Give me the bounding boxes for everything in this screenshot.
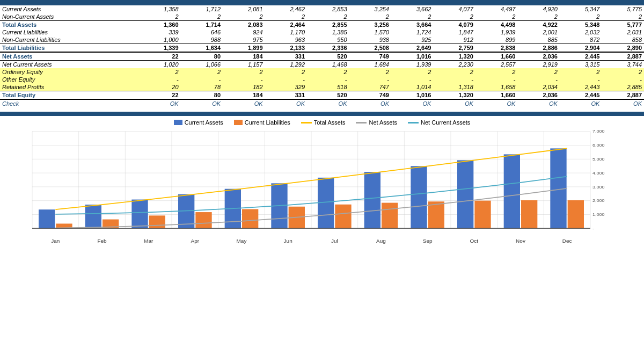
row-cell: 1,634 (181, 44, 223, 53)
row-cell: - (223, 76, 265, 83)
row-label: Net Assets (0, 52, 138, 61)
svg-rect-52 (568, 200, 584, 228)
row-cell: 3,315 (560, 61, 602, 69)
row-cell: 2 (433, 68, 475, 76)
row-cell: 1,014 (391, 83, 433, 91)
table-row: CheckOKOKOKOKOKOKOKOKOKOKOKOK (0, 99, 644, 107)
row-cell: 2,649 (391, 44, 433, 53)
row-cell: OK (560, 99, 602, 107)
table-row: Net Current Assets1,0201,0661,1571,2921,… (0, 61, 644, 69)
row-cell: 1,847 (433, 28, 475, 36)
row-cell: 22 (138, 52, 180, 61)
row-cell: - (349, 76, 391, 83)
legend-label: Current Liabilities (245, 119, 290, 126)
table-row: Retained Profits20781823295187471,0141,3… (0, 83, 644, 91)
row-cell: 5,775 (602, 5, 644, 13)
table-row: Other Equity------------ (0, 76, 644, 83)
legend-label: Total Assets (314, 119, 346, 126)
row-cell: 1,712 (181, 5, 223, 13)
row-cell: 988 (181, 36, 223, 44)
row-cell: 331 (265, 91, 307, 100)
row-cell: - (307, 76, 349, 83)
legend-color-box (174, 120, 182, 125)
row-cell: 1,016 (391, 52, 433, 61)
row-cell: 1,320 (433, 52, 475, 61)
row-cell: 1,385 (307, 28, 349, 36)
row-cell: 747 (349, 83, 391, 91)
table-section: Current Assets1,3581,7122,0812,4622,8533… (0, 0, 644, 107)
row-label: Total Liabilities (0, 44, 138, 53)
legend-item: Net Assets (356, 119, 397, 126)
row-cell: 80 (181, 52, 223, 61)
table-row: Net Assets22801843315207491,0161,3201,66… (0, 52, 644, 61)
row-cell: 2,031 (602, 28, 644, 36)
svg-text:1,000: 1,000 (592, 212, 605, 217)
row-cell: 1,660 (475, 91, 517, 100)
legend-label: Net Current Assets (421, 119, 470, 126)
row-cell: 4,497 (475, 5, 517, 13)
row-cell: 2 (265, 13, 307, 21)
row-cell: 2,464 (265, 21, 307, 29)
row-cell: 331 (265, 52, 307, 61)
row-cell: 4,077 (433, 5, 475, 13)
row-cell: - (560, 76, 602, 83)
table-row: Total Equity22801843315207491,0161,3201,… (0, 91, 644, 100)
svg-rect-48 (382, 203, 398, 229)
svg-rect-44 (195, 212, 211, 228)
row-cell: 749 (349, 52, 391, 61)
row-cell: 2,904 (560, 44, 602, 53)
svg-text:Apr: Apr (191, 238, 200, 243)
row-cell: 2,887 (602, 52, 644, 61)
row-cell: 1,000 (138, 36, 180, 44)
svg-text:Oct: Oct (470, 238, 479, 243)
row-cell: 1,292 (265, 61, 307, 69)
row-cell: 2,230 (433, 61, 475, 69)
svg-rect-50 (474, 201, 491, 229)
row-cell: 2,001 (517, 28, 559, 36)
row-cell: 924 (223, 28, 265, 36)
row-cell: 2,890 (602, 44, 644, 53)
row-cell: 2 (138, 68, 180, 76)
row-cell: - (517, 76, 559, 83)
row-cell: 2 (138, 13, 180, 21)
row-cell: OK (138, 99, 180, 107)
row-cell: 1,660 (475, 52, 517, 61)
row-cell: 2 (181, 13, 223, 21)
row-cell: 858 (602, 36, 644, 44)
svg-text:3,000: 3,000 (592, 184, 605, 189)
row-cell: 1,318 (433, 83, 475, 91)
svg-text:Dec: Dec (562, 238, 572, 243)
svg-text:Feb: Feb (97, 238, 106, 243)
row-cell: 182 (223, 83, 265, 91)
row-cell: 2,508 (349, 44, 391, 53)
row-cell: 2 (181, 68, 223, 76)
row-cell: 2,759 (433, 44, 475, 53)
svg-rect-29 (39, 209, 55, 228)
svg-text:Jul: Jul (331, 238, 338, 243)
row-cell: 2,443 (560, 83, 602, 91)
chart-svg: -1,0002,0003,0004,0005,0006,0007,000JanF… (27, 127, 617, 245)
row-cell: 2,445 (560, 52, 602, 61)
row-cell: 184 (223, 91, 265, 100)
row-cell: 950 (307, 36, 349, 44)
row-cell: 1,684 (349, 61, 391, 69)
row-cell: 2,855 (307, 21, 349, 29)
row-cell: 1,066 (181, 61, 223, 69)
legend-item: Net Current Assets (408, 119, 470, 126)
chart-section: Current AssetsCurrent LiabilitiesTotal A… (0, 112, 644, 266)
row-cell: 1,170 (265, 28, 307, 36)
legend-label: Net Assets (369, 119, 397, 126)
row-cell: - (433, 76, 475, 83)
svg-rect-39 (504, 154, 520, 228)
row-cell: 3,256 (349, 21, 391, 29)
row-cell: 2,336 (307, 44, 349, 53)
row-cell: 2,032 (560, 28, 602, 36)
svg-rect-45 (242, 209, 258, 229)
row-cell: 3,662 (391, 5, 433, 13)
row-cell: OK (181, 99, 223, 107)
table-row: Ordinary Equity222222222222 (0, 68, 644, 76)
row-cell: 2 (475, 13, 517, 21)
chart-title (0, 112, 644, 116)
row-cell: 5,347 (560, 5, 602, 13)
row-cell: 2 (265, 68, 307, 76)
